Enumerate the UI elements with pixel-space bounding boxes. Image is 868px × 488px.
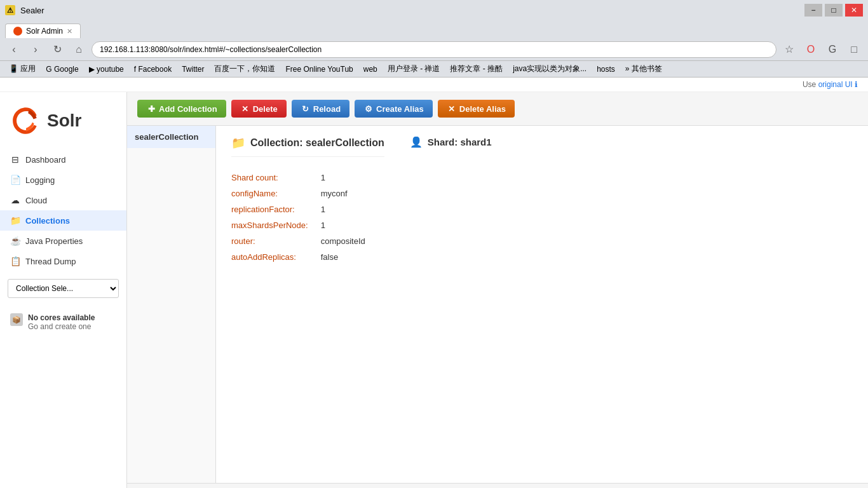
collection-header: 📁 Collection: sealerCollection — [231, 136, 384, 157]
translate-button[interactable]: G — [824, 41, 841, 58]
close-button[interactable]: ✕ — [845, 4, 863, 17]
reload-button[interactable]: ↻ Reload — [292, 100, 349, 118]
prop-label-router: router: — [231, 233, 321, 249]
create-alias-button[interactable]: ⚙ Create Alias — [355, 100, 433, 118]
dashboard-icon: ⊟ — [10, 154, 20, 165]
sidebar-item-dashboard[interactable]: ⊟ Dashboard — [0, 149, 126, 170]
prop-label-replication-factor: replicationFactor: — [231, 201, 321, 217]
reload-icon: ↻ — [301, 104, 311, 114]
nav-bar: ‹ › ↻ ⌂ ☆ O G □ — [0, 38, 868, 61]
no-cores-title: No cores available — [28, 313, 95, 322]
sidebar-label-java-properties: Java Properties — [25, 236, 83, 246]
prop-value-max-shards: 1 — [321, 217, 365, 233]
bookmark-zendao[interactable]: 用户登录 - 禅道 — [384, 62, 444, 76]
top-links-bar: Use original UI ℹ — [0, 78, 868, 92]
shard-icon: 👤 — [410, 136, 423, 148]
sidebar-item-collections[interactable]: 📁 Collections — [0, 210, 126, 231]
title-bar: ⚠ Sealer − □ ✕ — [0, 0, 868, 20]
bookmark-more[interactable]: » 其他书签 — [621, 62, 666, 76]
delete-button[interactable]: ✕ Delete — [231, 100, 287, 118]
refresh-button[interactable]: ↻ — [48, 41, 66, 58]
prop-value-config-name: myconf — [321, 186, 365, 201]
prop-row-auto-add-replicas: autoAddReplicas: false — [231, 249, 365, 265]
collection-area: sealerCollection 📁 Collection: sealerCol… — [127, 126, 868, 483]
collection-list-item[interactable]: sealerCollection — [127, 126, 215, 148]
tab-bar: Solr Admin ✕ — [0, 20, 868, 38]
sidebar-item-java-properties[interactable]: ☕ Java Properties — [0, 231, 126, 251]
collection-info-panel: 📁 Collection: sealerCollection Shard cou… — [231, 136, 384, 265]
bookmark-button[interactable]: ☆ — [780, 41, 798, 58]
sidebar-item-thread-dump[interactable]: 📋 Thread Dump — [0, 251, 126, 271]
solr-logo: Solr — [0, 92, 126, 149]
forward-button[interactable]: › — [27, 41, 44, 58]
address-bar[interactable] — [92, 41, 776, 58]
toolbar: ✚ Add Collection ✕ Delete ↻ Reload ⚙ Cre… — [127, 92, 868, 126]
prop-row-config-name: configName: myconf — [231, 186, 365, 201]
prop-value-router: compositeId — [321, 233, 365, 249]
bookmark-tuijian[interactable]: 推荐文章 - 推酷 — [446, 62, 506, 76]
add-collection-button[interactable]: ✚ Add Collection — [137, 100, 226, 118]
collection-selector-wrapper: Collection Sele... — [8, 279, 119, 298]
collection-selector[interactable]: Collection Sele... — [8, 279, 119, 298]
sidebar-label-dashboard: Dashboard — [25, 155, 66, 165]
bookmark-youtube[interactable]: ▶ youtube — [85, 64, 128, 75]
sidebar-item-cloud[interactable]: ☁ Cloud — [0, 190, 126, 210]
minimize-button[interactable]: − — [804, 4, 822, 17]
tab-close-button[interactable]: ✕ — [67, 27, 72, 36]
solr-logo-icon — [10, 105, 42, 137]
delete-alias-button[interactable]: ✕ Delete Alias — [438, 100, 515, 118]
window-controls: − □ ✕ — [804, 4, 863, 17]
main-content: ✚ Add Collection ✕ Delete ↻ Reload ⚙ Cre… — [127, 92, 868, 488]
original-ui-link[interactable]: original UI — [818, 80, 853, 89]
no-cores-text: No cores available Go and create one — [28, 313, 95, 331]
tab-title: Solr Admin — [26, 27, 63, 36]
shard-header: 👤 Shard: shard1 — [410, 136, 600, 148]
collection-list: sealerCollection — [127, 126, 216, 483]
bookmark-free-online[interactable]: Free Online YouTub — [281, 64, 356, 75]
prop-value-replication-factor: 1 — [321, 201, 365, 217]
prop-label-config-name: configName: — [231, 186, 321, 201]
cloud-icon: ☁ — [10, 195, 20, 205]
prop-label-shard-count: Shard count: — [231, 170, 321, 186]
bookmark-google[interactable]: G Google — [42, 64, 82, 75]
bookmarks-bar: 📱 应用 G Google ▶ youtube f Facebook Twitt… — [0, 61, 868, 78]
solr-logo-text: Solr — [47, 111, 81, 131]
home-button[interactable]: ⌂ — [70, 41, 88, 58]
no-cores-section: 📦 No cores available Go and create one — [0, 306, 126, 339]
prop-label-max-shards: maxShardsPerNode: — [231, 217, 321, 233]
create-alias-icon: ⚙ — [363, 104, 374, 114]
sidebar-navigation: ⊟ Dashboard 📄 Logging ☁ Cloud 📁 Collecti… — [0, 149, 126, 271]
prop-row-shard-count: Shard count: 1 — [231, 170, 365, 186]
page-content: Solr ⊟ Dashboard 📄 Logging ☁ Cloud — [0, 92, 868, 488]
active-tab[interactable]: Solr Admin ✕ — [5, 24, 81, 38]
maximize-button[interactable]: □ — [825, 4, 843, 17]
add-icon: ✚ — [146, 104, 156, 114]
collection-title: Collection: sealerCollection — [250, 137, 384, 149]
delete-alias-icon: ✕ — [447, 104, 457, 114]
logging-icon: 📄 — [10, 175, 20, 185]
bookmark-facebook[interactable]: f Facebook — [130, 64, 175, 75]
bookmark-apps[interactable]: 📱 应用 — [5, 62, 39, 76]
tab-favicon — [13, 27, 22, 36]
window-title: Sealer — [20, 6, 44, 15]
collection-detail-area: 📁 Collection: sealerCollection Shard cou… — [231, 136, 853, 265]
back-button[interactable]: ‹ — [5, 41, 23, 58]
info-icon: ℹ — [855, 80, 858, 89]
browser-chrome: ⚠ Sealer − □ ✕ Solr Admin ✕ ‹ › ↻ ⌂ ☆ O … — [0, 0, 868, 488]
java-properties-icon: ☕ — [10, 236, 20, 246]
bookmark-web[interactable]: web — [360, 64, 381, 75]
collection-detail: 📁 Collection: sealerCollection Shard cou… — [216, 126, 868, 483]
opera-icon[interactable]: O — [802, 41, 820, 58]
properties-table: Shard count: 1 configName: myconf replic… — [231, 170, 365, 265]
prop-row-replication-factor: replicationFactor: 1 — [231, 201, 365, 217]
sidebar-item-logging[interactable]: 📄 Logging — [0, 170, 126, 190]
bookmark-hosts[interactable]: hosts — [593, 64, 619, 75]
screenshot-button[interactable]: □ — [845, 41, 863, 58]
collection-header-icon: 📁 — [231, 136, 245, 150]
prop-value-auto-add-replicas: false — [321, 249, 365, 265]
shard-panel: 👤 Shard: shard1 — [410, 136, 600, 265]
bookmark-baidu[interactable]: 百度一下，你知道 — [210, 62, 279, 76]
bookmark-twitter[interactable]: Twitter — [178, 64, 208, 75]
delete-icon: ✕ — [240, 104, 250, 114]
bookmark-java[interactable]: java实现以类为对象... — [509, 62, 590, 76]
